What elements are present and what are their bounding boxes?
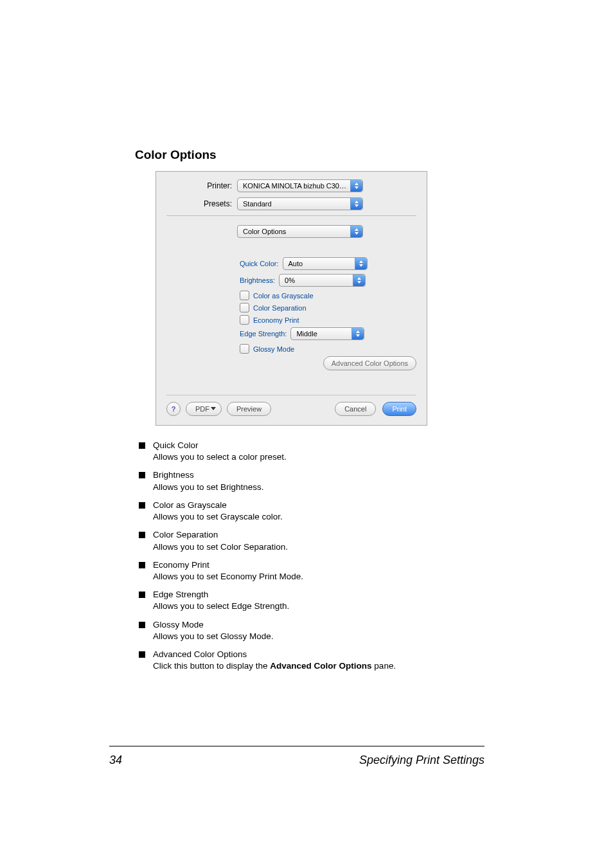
stepper-icon (350, 226, 362, 237)
bullet-icon (139, 622, 145, 628)
quick-color-select[interactable]: Auto (283, 257, 368, 270)
checkbox-icon (240, 315, 249, 325)
checkbox-icon (240, 291, 249, 300)
glossy-checkbox-label: Glossy Mode (253, 345, 294, 353)
item-title: Color as Grayscale (153, 500, 283, 511)
pdf-button-label: PDF (195, 405, 209, 413)
brightness-label: Brightness: (240, 276, 275, 284)
item-title: Color Separation (153, 529, 288, 541)
edge-strength-value: Middle (296, 330, 351, 338)
item-text: Allows you to set Grayscale color. (153, 511, 283, 523)
item-text: Click this button to display the Advance… (153, 660, 396, 672)
cancel-button[interactable]: Cancel (335, 402, 376, 416)
item-title: Quick Color (153, 440, 287, 451)
bullet-icon (139, 442, 145, 449)
svg-marker-11 (356, 334, 360, 337)
section-heading: Color Options (135, 148, 484, 162)
edge-strength-select[interactable]: Middle (290, 327, 364, 340)
presets-select-value: Standard (243, 200, 350, 208)
edge-strength-label: Edge Strength: (240, 330, 287, 338)
description-list: Quick Color Allows you to select a color… (139, 440, 484, 673)
bullet-icon (139, 502, 145, 509)
svg-marker-8 (357, 277, 361, 280)
footer-title: Specifying Print Settings (359, 754, 484, 767)
presets-select[interactable]: Standard (237, 197, 363, 210)
grayscale-checkbox-label: Color as Grayscale (253, 292, 314, 300)
item-text: Allows you to set Color Separation. (153, 541, 288, 553)
bullet-icon (139, 562, 145, 568)
advanced-color-options-button[interactable]: Advanced Color Options (323, 356, 416, 370)
svg-marker-4 (355, 228, 359, 231)
brightness-select[interactable]: 0% (279, 274, 366, 287)
list-item: Brightness Allows you to set Brightness. (139, 469, 484, 493)
quick-color-value: Auto (289, 260, 355, 267)
list-item: Color Separation Allows you to set Color… (139, 529, 484, 552)
page-number: 34 (109, 754, 122, 767)
item-title: Glossy Mode (153, 619, 274, 631)
checkbox-icon (240, 303, 249, 312)
stepper-icon (351, 328, 364, 339)
list-item: Advanced Color Options Click this button… (139, 649, 484, 672)
item-title: Edge Strength (153, 589, 289, 601)
item-text: Allows you to set Brightness. (153, 482, 264, 493)
item-title: Economy Print (153, 559, 303, 571)
printer-select-value: KONICA MINOLTA bizhub C30… (243, 182, 350, 190)
quick-color-label: Quick Color: (240, 260, 279, 267)
item-title: Brightness (153, 469, 264, 481)
bullet-icon (139, 532, 145, 538)
footer-rule (109, 746, 484, 746)
stepper-icon (353, 275, 365, 286)
separation-checkbox-label: Color Separation (253, 304, 306, 312)
printer-select[interactable]: KONICA MINOLTA bizhub C30… (237, 179, 363, 192)
grayscale-checkbox-row[interactable]: Color as Grayscale (240, 291, 416, 300)
panel-select-value: Color Options (243, 228, 350, 235)
svg-marker-2 (355, 201, 359, 203)
item-text: Allows you to select a color preset. (153, 451, 287, 463)
economy-checkbox-label: Economy Print (253, 316, 299, 324)
checkbox-icon (240, 344, 249, 354)
list-item: Edge Strength Allows you to select Edge … (139, 589, 484, 612)
chevron-down-icon (211, 407, 216, 410)
stepper-icon (350, 180, 362, 192)
stepper-icon (350, 198, 362, 210)
svg-marker-1 (355, 186, 359, 189)
svg-marker-6 (359, 260, 363, 263)
preview-button[interactable]: Preview (227, 402, 271, 416)
list-item: Color as Grayscale Allows you to set Gra… (139, 500, 484, 523)
svg-marker-7 (359, 264, 363, 267)
brightness-value: 0% (285, 276, 353, 284)
stepper-icon (355, 258, 367, 269)
divider (166, 215, 416, 216)
panel-select[interactable]: Color Options (237, 225, 363, 238)
bullet-icon (139, 651, 145, 658)
list-item: Quick Color Allows you to select a color… (139, 440, 484, 463)
help-button[interactable]: ? (166, 402, 181, 416)
svg-marker-3 (355, 204, 359, 207)
list-item: Glossy Mode Allows you to set Glossy Mod… (139, 619, 484, 642)
svg-marker-10 (356, 330, 360, 333)
glossy-checkbox-row[interactable]: Glossy Mode (240, 344, 416, 354)
list-item: Economy Print Allows you to set Economy … (139, 559, 484, 583)
economy-checkbox-row[interactable]: Economy Print (240, 315, 416, 325)
bullet-icon (139, 472, 145, 478)
item-text: Allows you to select Edge Strength. (153, 601, 289, 612)
item-text: Allows you to set Economy Print Mode. (153, 571, 303, 583)
svg-marker-0 (355, 183, 359, 185)
svg-marker-9 (357, 281, 361, 284)
presets-label: Presets: (166, 199, 237, 208)
item-title: Advanced Color Options (153, 649, 396, 660)
print-button[interactable]: Print (382, 402, 416, 416)
print-dialog: Printer: KONICA MINOLTA bizhub C30… Pres… (155, 171, 427, 426)
separation-checkbox-row[interactable]: Color Separation (240, 303, 416, 312)
printer-label: Printer: (166, 181, 237, 190)
pdf-button[interactable]: PDF (186, 402, 222, 416)
item-text: Allows you to set Glossy Mode. (153, 631, 274, 642)
svg-marker-5 (355, 232, 359, 235)
bullet-icon (139, 592, 145, 598)
